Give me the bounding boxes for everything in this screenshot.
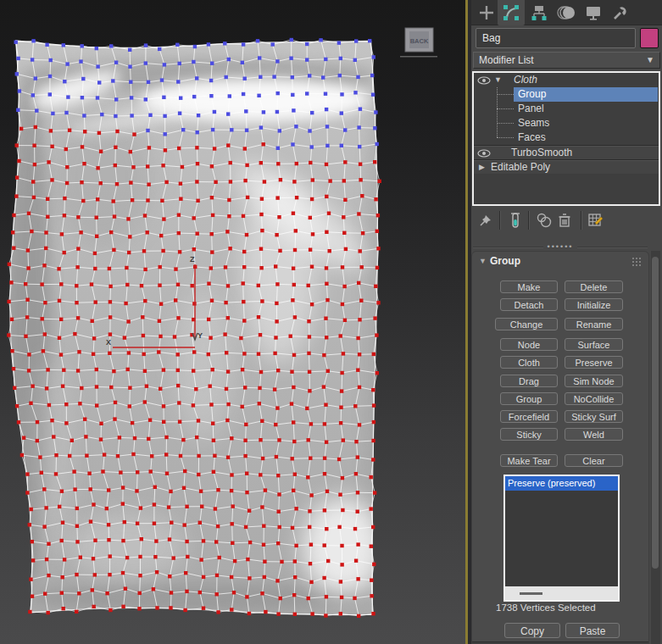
- stack-row-panel[interactable]: Panel: [474, 102, 659, 116]
- stack-label-group: Group: [518, 87, 546, 102]
- rollout-splitter[interactable]: ••••••: [473, 242, 648, 251]
- modify-icon: [502, 3, 520, 22]
- chevron-down-icon: ▼: [646, 53, 654, 68]
- group-rollout-header[interactable]: ▼ Group: [472, 253, 648, 270]
- paste-button[interactable]: Paste: [565, 623, 620, 638]
- button-delete-group[interactable]: Delete Group: [565, 280, 623, 293]
- copy-button[interactable]: Copy: [504, 623, 560, 638]
- tab-utilities[interactable]: [606, 0, 633, 25]
- 3dsmax-window: Z X Y BACK: [0, 0, 662, 644]
- button-group[interactable]: Group: [500, 392, 558, 405]
- rollout-collapse-icon: ▼: [479, 257, 487, 265]
- button-drag[interactable]: Drag: [500, 375, 558, 387]
- button-rename[interactable]: Rename: [565, 318, 623, 330]
- group-buttons: Make GroupDelete GroupDetachInitializeCh…: [472, 280, 648, 467]
- hierarchy-icon: [530, 3, 548, 22]
- utilities-icon: [610, 3, 629, 22]
- tab-hierarchy[interactable]: [526, 0, 553, 25]
- create-icon: [477, 3, 496, 22]
- pin-stack-icon[interactable]: [477, 211, 494, 230]
- configure-modifier-sets-icon[interactable]: [587, 211, 604, 230]
- button-detach[interactable]: Detach: [500, 298, 558, 311]
- list-item-preserve[interactable]: Preserve (preserved): [505, 476, 618, 491]
- panel-scroll-thumb[interactable]: [652, 257, 659, 569]
- viewport[interactable]: Z X Y BACK: [0, 0, 465, 644]
- button-make-group[interactable]: Make Group: [500, 280, 558, 293]
- button-surface[interactable]: Surface: [565, 338, 623, 351]
- stack-row-editable-poly[interactable]: ▶ Editable Poly: [474, 159, 659, 174]
- stack-toolbar: [471, 208, 649, 232]
- button-change-group[interactable]: Change Group: [495, 318, 558, 330]
- stack-row-seams[interactable]: Seams: [474, 116, 659, 130]
- expand-arrow-icon[interactable]: ▼: [494, 73, 502, 87]
- stack-label-seams: Seams: [518, 116, 549, 130]
- button-forcefield[interactable]: Forcefield: [500, 410, 558, 423]
- command-panel-tabs: [471, 0, 662, 25]
- tab-display[interactable]: [580, 0, 607, 25]
- rollout-grip-icon[interactable]: [631, 257, 642, 267]
- stack-row-cloth[interactable]: ▼ Cloth: [474, 73, 659, 87]
- display-icon: [584, 3, 603, 22]
- stack-row-faces[interactable]: Faces: [474, 130, 659, 145]
- button-sim-node[interactable]: Sim Node: [565, 375, 623, 387]
- button-initialize[interactable]: Initialize: [565, 298, 623, 311]
- button-sticky-surf[interactable]: Sticky Surf: [565, 410, 623, 423]
- eye-icon: [477, 76, 491, 85]
- button-clear-tears[interactable]: Clear Tears: [565, 454, 623, 467]
- tab-create[interactable]: [473, 0, 500, 25]
- tab-modify[interactable]: [498, 0, 525, 25]
- modifier-list-label: Modifier List: [479, 54, 534, 66]
- stack-label-cloth: Cloth: [514, 73, 537, 87]
- list-horizontal-scrollbar[interactable]: [505, 586, 618, 600]
- button-node[interactable]: Node: [500, 338, 558, 351]
- back-label: BACK: [410, 37, 429, 45]
- show-end-result-icon[interactable]: [507, 211, 524, 230]
- button-preserve[interactable]: Preserve: [565, 356, 623, 369]
- stack-row-group[interactable]: Group: [474, 87, 659, 102]
- eye-icon: [477, 149, 491, 158]
- button-cloth[interactable]: Cloth: [500, 356, 558, 369]
- stack-label-panel: Panel: [518, 102, 544, 116]
- remove-modifier-icon[interactable]: [556, 211, 573, 230]
- button-nocollide[interactable]: NoCollide: [565, 392, 623, 405]
- back-object: BACK: [400, 28, 437, 58]
- selection-status: 1738 Vertices Selected: [496, 602, 645, 613]
- panel-scrollbar[interactable]: [651, 251, 660, 644]
- modifier-stack: ▼ Cloth Group Panel Seams Faces: [472, 71, 660, 206]
- rollout-title: Group: [490, 255, 520, 267]
- stack-label-editable-poly: Editable Poly: [491, 160, 550, 175]
- gizmo-z-label: Z: [190, 255, 195, 264]
- stack-label-turbosmooth: TurboSmooth: [511, 146, 572, 160]
- stack-row-turbosmooth[interactable]: TurboSmooth: [474, 145, 659, 159]
- collapsed-arrow-icon: ▶: [479, 160, 485, 175]
- group-rollout: ▼ Group Make GroupDelete GroupDetachInit…: [471, 251, 649, 644]
- tab-motion[interactable]: [553, 0, 580, 25]
- list-scroll-thumb[interactable]: [520, 592, 542, 595]
- button-weld[interactable]: Weld: [565, 428, 623, 441]
- button-make-tear[interactable]: Make Tear: [500, 454, 558, 467]
- preserve-list[interactable]: Preserve (preserved): [503, 475, 620, 602]
- gizmo-x-label: X: [106, 338, 111, 347]
- make-unique-icon[interactable]: [536, 211, 553, 230]
- modifier-list-dropdown[interactable]: Modifier List ▼: [473, 52, 660, 69]
- gizmo-y-label: Y: [197, 331, 203, 340]
- motion-icon: [556, 3, 576, 22]
- command-panel: Bag Modifier List ▼ ▼ Cloth Group: [471, 0, 662, 644]
- button-sticky-cloth[interactable]: Sticky Cloth: [500, 428, 558, 441]
- object-name-input[interactable]: Bag: [476, 28, 636, 48]
- stack-label-faces: Faces: [518, 130, 546, 145]
- object-color-swatch[interactable]: [640, 28, 659, 48]
